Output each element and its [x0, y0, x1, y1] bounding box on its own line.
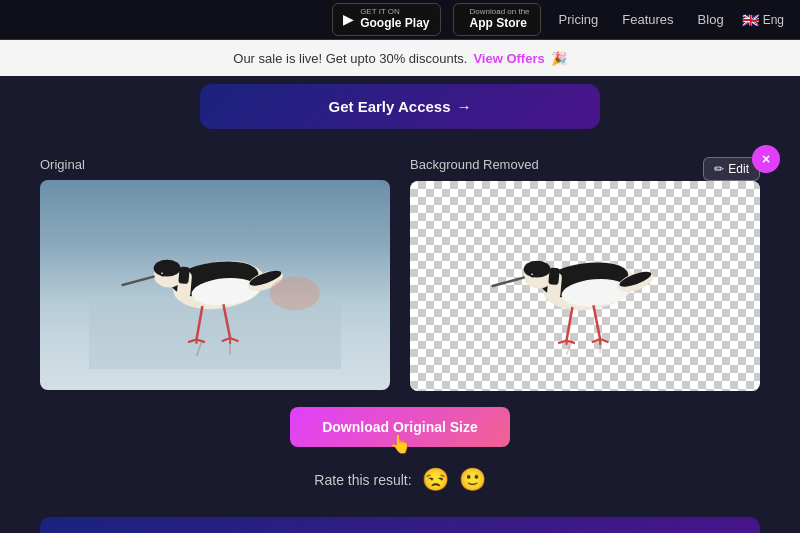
- svg-line-31: [493, 278, 524, 286]
- svg-rect-33: [548, 268, 560, 286]
- arrow-icon: →: [457, 98, 472, 115]
- early-access-banner: Get Early Access →: [200, 84, 600, 129]
- svg-line-35: [558, 341, 566, 344]
- svg-line-8: [123, 277, 154, 285]
- bird-svg-original: [75, 201, 355, 369]
- edit-area: Background Removed ✏ Edit: [410, 157, 760, 181]
- google-play-text: GET IT ON Google Play: [360, 8, 429, 30]
- pricing-link[interactable]: Pricing: [553, 12, 605, 27]
- removed-label: Background Removed: [410, 157, 539, 172]
- features-link[interactable]: Features: [616, 12, 679, 27]
- sale-text: Our sale is live! Get upto 30% discounts…: [233, 51, 467, 66]
- rating-section: Rate this result: 😒 🙂: [40, 467, 760, 493]
- original-panel: Original: [40, 157, 390, 391]
- bottom-banner: ✦: [40, 517, 760, 533]
- rating-neutral-button[interactable]: 🙂: [459, 467, 486, 493]
- svg-rect-10: [178, 267, 190, 285]
- early-access-button[interactable]: Get Early Access →: [328, 98, 471, 115]
- top-navigation: ▶ GET IT ON Google Play Download on the …: [0, 0, 800, 40]
- svg-point-29: [530, 273, 535, 278]
- sale-banner: Our sale is live! Get upto 30% discounts…: [0, 40, 800, 76]
- app-store-button[interactable]: Download on the App Store: [453, 3, 541, 35]
- main-content: × Original: [0, 137, 800, 505]
- google-play-icon: ▶: [343, 11, 354, 27]
- svg-point-5: [154, 260, 181, 277]
- sale-emoji: 🎉: [551, 51, 567, 66]
- svg-point-30: [531, 273, 533, 275]
- bird-svg-removed: [445, 202, 725, 370]
- edit-icon: ✏: [714, 162, 724, 176]
- close-button[interactable]: ×: [752, 145, 780, 173]
- svg-point-6: [160, 272, 165, 277]
- download-section: Download Original Size 👆: [40, 407, 760, 447]
- rating-label: Rate this result:: [314, 472, 411, 488]
- lang-label: Eng: [763, 13, 784, 27]
- google-play-button[interactable]: ▶ GET IT ON Google Play: [332, 3, 440, 35]
- cursor-icon: 👆: [389, 433, 411, 455]
- rating-sad-button[interactable]: 😒: [422, 467, 449, 493]
- app-store-text: Download on the App Store: [470, 8, 530, 30]
- svg-line-41: [600, 339, 608, 342]
- download-button[interactable]: Download Original Size 👆: [290, 407, 510, 447]
- svg-line-38: [593, 305, 600, 339]
- original-image-container: [40, 180, 390, 390]
- original-bird-image: [40, 180, 390, 390]
- svg-rect-0: [89, 302, 341, 369]
- sparkle-icon: ✦: [390, 529, 410, 533]
- removed-bg-image-container: [410, 181, 760, 391]
- svg-point-23: [270, 277, 320, 311]
- flag-icon: 🇬🇧: [742, 12, 759, 28]
- removed-bg-bird-image: [410, 181, 760, 391]
- language-selector[interactable]: 🇬🇧 Eng: [742, 12, 784, 28]
- edit-label: Edit: [728, 162, 749, 176]
- blog-link[interactable]: Blog: [692, 12, 730, 27]
- svg-point-7: [161, 272, 163, 274]
- original-label: Original: [40, 157, 390, 172]
- svg-line-39: [592, 339, 600, 342]
- svg-point-28: [524, 261, 551, 278]
- view-offers-link[interactable]: View Offers: [473, 51, 544, 66]
- image-comparison: Original: [40, 157, 760, 391]
- svg-line-34: [567, 307, 573, 341]
- early-access-label: Get Early Access: [328, 98, 450, 115]
- removed-bg-panel: Background Removed ✏ Edit: [410, 157, 760, 391]
